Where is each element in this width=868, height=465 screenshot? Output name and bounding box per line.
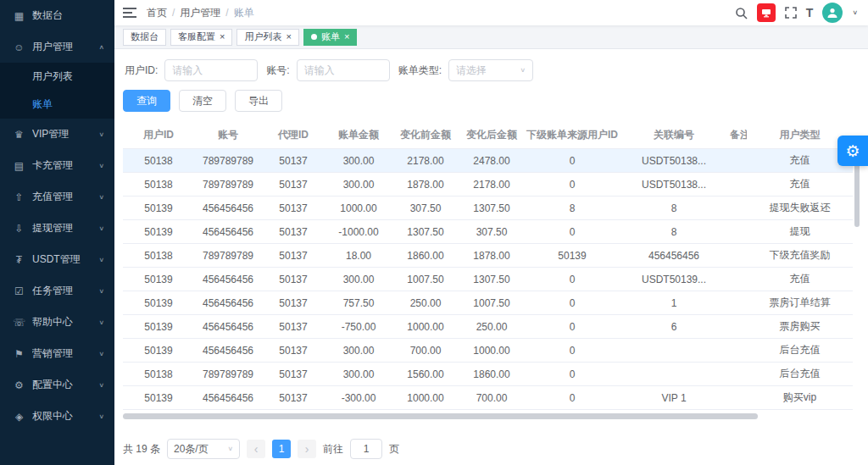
- main-area: 首页/用户管理/账单 T ∨ 数据台客服配置×用户列表×账单×: [114, 0, 868, 465]
- page-size-select[interactable]: 20条/页 ∨: [167, 439, 240, 459]
- table-cell: 2478.00: [459, 149, 525, 173]
- table-cell: 789789789: [194, 173, 262, 197]
- table-row[interactable]: 50139456456456501371000.00307.501307.508…: [123, 197, 853, 220]
- account-input[interactable]: [297, 59, 390, 81]
- table-cell: 456456456: [194, 268, 262, 291]
- screen-icon: [761, 8, 771, 18]
- column-header: 账单金额: [325, 122, 392, 149]
- tab-数据台[interactable]: 数据台: [123, 29, 166, 46]
- vertical-scrollbar[interactable]: [854, 147, 860, 420]
- chevron-down-icon: ∨: [98, 413, 104, 420]
- table-cell: 250.00: [459, 315, 525, 339]
- next-page-button[interactable]: ›: [298, 440, 316, 458]
- table-row[interactable]: 5013878978978950137300.001560.001860.000…: [123, 363, 853, 386]
- hamburger-icon[interactable]: [123, 7, 136, 19]
- close-icon[interactable]: ×: [344, 32, 349, 42]
- sidebar-item-营销管理[interactable]: ⚑营销管理∨: [0, 338, 114, 369]
- sidebar-item-用户管理[interactable]: ☺用户管理∧: [0, 31, 114, 63]
- breadcrumb-item[interactable]: 用户管理: [180, 6, 220, 20]
- breadcrumb-separator: /: [172, 7, 175, 19]
- sidebar-item-权限中心[interactable]: ◈权限中心∨: [0, 401, 114, 432]
- sidebar-item-label: USDT管理: [32, 252, 98, 267]
- table-cell: 2178.00: [459, 173, 525, 197]
- table-cell: 50139: [123, 268, 194, 291]
- avatar[interactable]: [822, 3, 843, 23]
- sidebar-nav: ▦数据台☺用户管理∧用户列表账单♛VIP管理∨▤卡充管理∨⇧充值管理∨⇩提现管理…: [0, 0, 114, 432]
- recharge-icon: ⇧: [13, 191, 25, 203]
- table-cell: 充值: [747, 268, 853, 291]
- tab-用户列表[interactable]: 用户列表×: [236, 29, 298, 46]
- table-row[interactable]: 5013878978978950137300.001878.002178.000…: [123, 173, 853, 197]
- table-cell: USDT50138...: [620, 173, 728, 197]
- chevron-down-icon[interactable]: ∨: [852, 9, 858, 16]
- table-row[interactable]: 5013945645645650137-1000.001307.50307.50…: [123, 220, 853, 244]
- sidebar-item-任务管理[interactable]: ☑任务管理∨: [0, 275, 114, 307]
- table-cell: 充值: [747, 173, 853, 197]
- table-cell: 456456456: [620, 244, 728, 268]
- fullscreen-icon[interactable]: [785, 7, 797, 19]
- table-cell: USDT50139...: [620, 268, 728, 291]
- sidebar-item-用户列表[interactable]: 用户列表: [0, 63, 114, 91]
- gear-icon: ⚙: [845, 141, 860, 161]
- error-log-button[interactable]: [757, 3, 776, 22]
- table-cell: 18.00: [325, 244, 392, 268]
- sidebar-item-USDT管理[interactable]: ₮USDT管理∨: [0, 244, 114, 275]
- goto-page-input[interactable]: [350, 439, 382, 459]
- sidebar-item-账单[interactable]: 账单: [0, 91, 114, 119]
- prev-page-button[interactable]: ‹: [247, 440, 265, 458]
- search-icon[interactable]: [735, 7, 748, 19]
- topbar-actions: T ∨: [735, 3, 858, 23]
- table-row[interactable]: 5013945645645650137300.001007.501307.500…: [123, 268, 853, 291]
- table-cell: 50139: [123, 339, 194, 363]
- page-1-button[interactable]: 1: [272, 440, 291, 458]
- column-header: 用户ID: [123, 122, 194, 149]
- search-button[interactable]: 查询: [123, 90, 170, 112]
- table-cell: 0: [525, 386, 620, 410]
- table-cell: 307.50: [459, 220, 525, 244]
- table-cell: 300.00: [325, 268, 392, 291]
- bill-type-select[interactable]: 请选择 ∨: [448, 59, 533, 81]
- table-cell: [728, 197, 747, 220]
- table-row[interactable]: 5013878978978950137300.002178.002478.000…: [123, 149, 853, 173]
- table-row[interactable]: 5013945645645650137300.00700.001000.000后…: [123, 339, 853, 363]
- table-row[interactable]: 5013945645645650137-300.001000.00700.000…: [123, 386, 853, 410]
- table-cell: 1307.50: [459, 268, 525, 291]
- table-cell: -750.00: [325, 315, 392, 339]
- user-id-input[interactable]: [164, 59, 258, 81]
- breadcrumb-item[interactable]: 首页: [147, 6, 167, 20]
- table-cell: [728, 268, 747, 291]
- sidebar-item-配置中心[interactable]: ⚙配置中心∨: [0, 369, 114, 401]
- tab-客服配置[interactable]: 客服配置×: [170, 29, 232, 46]
- bill-type-label: 账单类型:: [398, 64, 442, 78]
- horizontal-scrollbar-thumb[interactable]: [123, 413, 758, 419]
- column-header: 下级账单来源用户ID: [525, 122, 620, 149]
- chevron-down-icon: ∨: [98, 319, 104, 326]
- sidebar-item-VIP管理[interactable]: ♛VIP管理∨: [0, 119, 114, 150]
- person-icon: [826, 7, 838, 19]
- table-cell: 后台充值: [747, 339, 853, 363]
- table-row[interactable]: 5013945645645650137-750.001000.00250.000…: [123, 315, 853, 339]
- close-icon[interactable]: ×: [220, 32, 225, 42]
- sidebar-item-数据台[interactable]: ▦数据台: [0, 0, 114, 31]
- horizontal-scrollbar[interactable]: [123, 413, 853, 420]
- total-count: 共 19 条: [123, 442, 160, 457]
- font-size-icon[interactable]: T: [806, 6, 814, 19]
- sidebar-item-帮助中心[interactable]: ☏帮助中心∨: [0, 307, 114, 338]
- export-button[interactable]: 导出: [235, 90, 282, 112]
- bill-table: 用户ID账号代理ID账单金额变化前金额变化后金额下级账单来源用户ID关联编号备注…: [123, 122, 853, 410]
- sidebar-item-提现管理[interactable]: ⇩提现管理∨: [0, 213, 114, 244]
- vip-icon: ♛: [13, 129, 25, 141]
- settings-fab-button[interactable]: ⚙: [837, 136, 868, 166]
- close-icon[interactable]: ×: [286, 32, 291, 42]
- table-cell: [728, 339, 747, 363]
- tab-账单[interactable]: 账单×: [303, 29, 357, 46]
- clear-button[interactable]: 清空: [179, 90, 226, 112]
- table-cell: [728, 173, 747, 197]
- vertical-scrollbar-thumb[interactable]: [854, 163, 860, 227]
- table-cell: 50138: [123, 363, 194, 386]
- sidebar-item-卡充管理[interactable]: ▤卡充管理∨: [0, 150, 114, 181]
- table-cell: 50139: [123, 386, 194, 410]
- table-row[interactable]: 5013945645645650137757.50250.001007.5001…: [123, 291, 853, 315]
- table-row[interactable]: 501387897897895013718.001860.001878.0050…: [123, 244, 853, 268]
- sidebar-item-充值管理[interactable]: ⇧充值管理∨: [0, 181, 114, 213]
